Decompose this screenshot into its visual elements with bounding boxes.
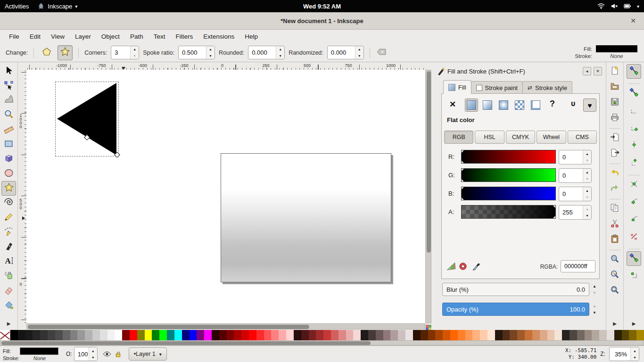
tool-box-3d[interactable]	[1, 152, 16, 166]
palette-swatch[interactable]	[85, 330, 92, 340]
palette-swatch[interactable]	[480, 330, 487, 340]
green-slider[interactable]	[461, 168, 556, 182]
palette-swatch[interactable]	[48, 330, 55, 340]
palette-swatch[interactable]	[316, 330, 323, 340]
palette-swatch[interactable]	[212, 330, 219, 340]
document-new-button[interactable]	[608, 64, 622, 79]
alpha-up[interactable]: ▲	[583, 206, 591, 213]
paint-none-button[interactable]: ✕	[449, 99, 456, 109]
palette-swatch[interactable]	[547, 330, 555, 340]
palette-swatch[interactable]	[435, 330, 443, 340]
layer-visibility-toggle[interactable]	[101, 348, 113, 360]
palette-swatch[interactable]	[219, 330, 227, 340]
alpha-slider[interactable]	[461, 205, 556, 219]
palette-swatch[interactable]	[517, 330, 525, 340]
palette-swatch[interactable]	[115, 330, 122, 340]
opacity-down[interactable]: ▼	[590, 309, 599, 316]
menu-layer[interactable]: Layer	[70, 30, 96, 43]
blur-up[interactable]: ▲	[590, 283, 599, 289]
menu-help[interactable]: Help	[239, 30, 263, 43]
rgba-input[interactable]: 000000ff	[561, 260, 595, 272]
undo-button[interactable]	[608, 166, 622, 181]
star-mode-button[interactable]	[58, 45, 73, 60]
export-button[interactable]	[608, 146, 622, 161]
snap-others-button[interactable]	[627, 269, 641, 283]
edit-gradient-button[interactable]	[446, 261, 457, 272]
palette-swatch[interactable]	[182, 330, 190, 340]
tool-tweak[interactable]	[1, 93, 16, 108]
palette-swatch[interactable]	[159, 330, 167, 340]
blue-down[interactable]: ▼	[583, 194, 591, 201]
horizontal-scrollbar[interactable]	[26, 323, 425, 329]
menu-text[interactable]: Text	[149, 30, 171, 43]
palette-swatch[interactable]	[55, 330, 63, 340]
commands-expander[interactable]: ▶	[613, 321, 617, 326]
zoom-spinbox[interactable]: 35% ▲▼	[609, 347, 639, 361]
menu-file[interactable]: File	[4, 30, 25, 43]
snap-bbox-centers-button[interactable]	[627, 156, 641, 170]
palette-swatch[interactable]	[368, 330, 376, 340]
red-spinbox[interactable]: 0▲▼	[559, 150, 592, 165]
o-down[interactable]: ▼	[89, 354, 97, 361]
document-save-button[interactable]	[608, 95, 622, 110]
palette-swatch[interactable]	[174, 330, 182, 340]
palette-swatch[interactable]	[122, 330, 130, 340]
tool-paint-bucket[interactable]	[1, 298, 16, 313]
rounded-spinbox[interactable]: 0.000 ▲▼	[248, 46, 285, 59]
paint-unknown-button[interactable]: ?	[550, 99, 555, 109]
star-shape-triangle[interactable]	[55, 82, 119, 156]
palette-swatch[interactable]	[10, 330, 18, 340]
snap-nodes-category-button[interactable]	[627, 251, 641, 266]
palette-swatch[interactable]	[585, 330, 592, 340]
snap-bounding-box-button[interactable]	[627, 86, 641, 100]
randomized-up[interactable]: ▲	[355, 46, 363, 53]
menu-edit[interactable]: Edit	[25, 30, 46, 43]
corners-up[interactable]: ▲	[131, 46, 139, 53]
opacity-slider[interactable]: Opacity (%) 100.0	[442, 303, 589, 316]
zoom-selection-button[interactable]	[608, 252, 622, 267]
palette-swatch[interactable]	[63, 330, 70, 340]
palette-scrollbar[interactable]	[0, 340, 644, 346]
menu-object[interactable]: Object	[96, 30, 125, 43]
palette-swatch[interactable]	[510, 330, 517, 340]
palette-swatch[interactable]	[592, 330, 599, 340]
palette-swatch[interactable]	[249, 330, 256, 340]
palette-swatch[interactable]	[33, 330, 40, 340]
copy-button[interactable]	[608, 201, 622, 216]
fill-rule-evenodd-button[interactable]: υ	[571, 99, 575, 108]
menu-view[interactable]: View	[46, 30, 70, 43]
palette-swatch[interactable]	[361, 330, 368, 340]
palette-swatch[interactable]	[145, 330, 152, 340]
palette-swatch[interactable]	[339, 330, 346, 340]
sb-stroke-value[interactable]: None	[20, 355, 59, 361]
paint-linear-gradient-button[interactable]	[481, 99, 494, 112]
edit-radial-button[interactable]	[457, 261, 469, 272]
tool-spiral[interactable]	[1, 196, 16, 210]
spoke-up[interactable]: ▲	[206, 46, 215, 53]
tool-measure[interactable]	[1, 123, 16, 137]
red-slider[interactable]	[461, 150, 556, 164]
palette-swatch[interactable]	[77, 330, 85, 340]
tool-bezier-pen[interactable]	[1, 225, 16, 239]
snap-cusp-nodes-button[interactable]	[627, 212, 641, 227]
blur-spinner[interactable]: ▲▼	[590, 283, 599, 296]
menu-path[interactable]: Path	[125, 30, 149, 43]
blur-down[interactable]: ▼	[590, 289, 599, 296]
palette-swatch[interactable]	[234, 330, 241, 340]
palette-swatch[interactable]	[376, 330, 383, 340]
toolbox-expander[interactable]: ▶	[7, 321, 11, 326]
horizontal-ruler[interactable]: -1000-750-500-25002505007501000	[26, 63, 425, 70]
tool-node-editor[interactable]	[1, 79, 16, 93]
palette-swatch[interactable]	[570, 330, 577, 340]
polygon-mode-button[interactable]	[40, 46, 54, 60]
panel-close-button[interactable]: ✕	[594, 67, 602, 75]
palette-swatch[interactable]	[309, 330, 316, 340]
palette-swatch[interactable]	[383, 330, 391, 340]
colorspace-cmyk-button[interactable]: CMYK	[506, 131, 535, 144]
palette-swatch[interactable]	[137, 330, 145, 340]
palette-swatch[interactable]	[40, 330, 48, 340]
snap-enabled-button[interactable]	[627, 64, 641, 79]
palette-swatch[interactable]	[286, 330, 294, 340]
colorspace-cms-button[interactable]: CMS	[568, 131, 597, 144]
red-up[interactable]: ▲	[583, 150, 591, 157]
